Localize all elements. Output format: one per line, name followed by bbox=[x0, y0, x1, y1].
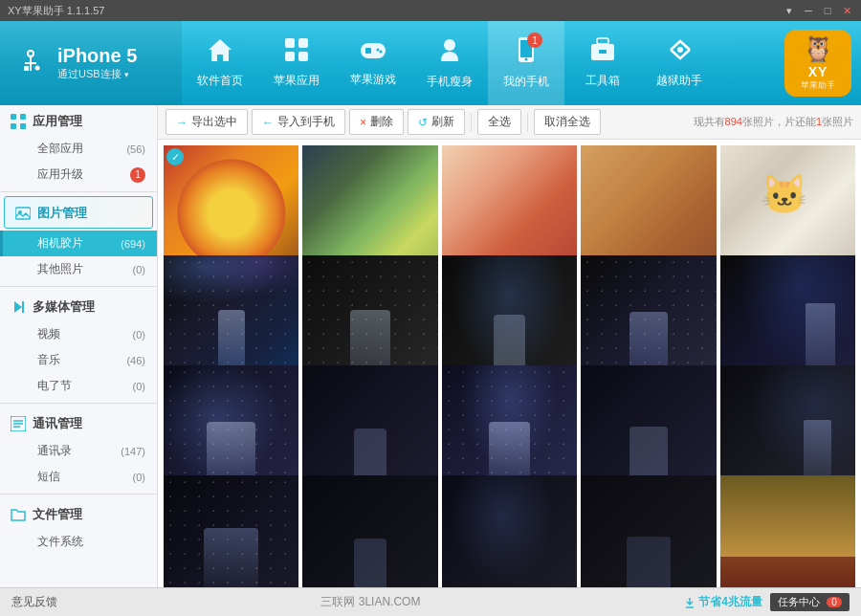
svg-rect-9 bbox=[298, 52, 308, 61]
select-all-btn[interactable]: 全选 bbox=[477, 109, 521, 135]
app-upgrade-badge: 1 bbox=[130, 167, 145, 183]
photo-cell[interactable] bbox=[581, 475, 716, 587]
minimize-button[interactable]: ─ bbox=[802, 4, 815, 17]
status-right: 节省4兆流量 任务中心 0 bbox=[684, 593, 850, 611]
device-text: iPhone 5 通过USB连接 ▾ bbox=[57, 45, 137, 81]
section-divider-2 bbox=[0, 286, 157, 287]
xy-logo-box: 🦉 XY 苹果助手 bbox=[784, 30, 851, 97]
nav-jailbreak[interactable]: 越狱助手 bbox=[641, 21, 718, 105]
export-label: 导出选中 bbox=[191, 114, 237, 130]
toolbar-info: 现共有894张照片，片还能1张照片 bbox=[694, 115, 853, 129]
sidebar-item-filesystem[interactable]: 文件系统 bbox=[0, 529, 157, 555]
sidebar-item-other-photos[interactable]: 其他照片 (0) bbox=[0, 256, 157, 282]
content-area: → 导出选中 ← 导入到手机 × 删除 ↺ 刷新 全选 取消全选 bbox=[158, 105, 861, 587]
svg-marker-30 bbox=[14, 301, 22, 313]
media-mgmt-icon bbox=[10, 298, 27, 316]
task-count-badge: 0 bbox=[827, 597, 842, 607]
app-mgmt-label: 应用管理 bbox=[33, 113, 82, 130]
maximize-button[interactable]: □ bbox=[821, 4, 834, 17]
feedback-link[interactable]: 意见反馈 bbox=[11, 594, 57, 610]
media-mgmt-label: 多媒体管理 bbox=[33, 298, 95, 316]
device-connection: 通过USB连接 ▾ bbox=[57, 67, 137, 81]
device-info: iPhone 5 通过USB连接 ▾ bbox=[0, 21, 182, 105]
svg-rect-3 bbox=[24, 66, 29, 71]
delete-btn[interactable]: × 删除 bbox=[349, 109, 404, 135]
video-label: 视频 bbox=[37, 326, 60, 342]
photo-selected-check: ✓ bbox=[166, 148, 184, 165]
flow-savings: 节省4兆流量 bbox=[684, 594, 762, 610]
svg-rect-6 bbox=[285, 38, 295, 48]
sidebar-item-podcast[interactable]: 电了节 (0) bbox=[0, 373, 157, 399]
sidebar-section-file-mgmt[interactable]: 文件管理 bbox=[0, 498, 157, 529]
contacts-count: (147) bbox=[121, 446, 145, 457]
close-button[interactable]: ✕ bbox=[840, 4, 853, 17]
sidebar-item-all-apps[interactable]: 全部应用 (56) bbox=[0, 136, 157, 162]
sidebar-item-sms[interactable]: 短信 (0) bbox=[0, 464, 157, 490]
deselect-btn[interactable]: 取消全选 bbox=[534, 109, 601, 135]
xy-subtext: 苹果助手 bbox=[801, 79, 835, 92]
svg-rect-27 bbox=[20, 123, 26, 129]
window-controls: ▾ ─ □ ✕ bbox=[783, 4, 853, 17]
svg-point-23 bbox=[677, 47, 683, 53]
photo-cell[interactable] bbox=[720, 475, 855, 587]
nav-my-phone[interactable]: 1 我的手机 bbox=[488, 21, 564, 105]
sidebar-item-app-upgrade[interactable]: 应用升级 1 bbox=[0, 162, 157, 187]
refresh-btn[interactable]: ↺ 刷新 bbox=[408, 109, 465, 135]
photo-cell[interactable] bbox=[442, 475, 577, 587]
section-divider-4 bbox=[0, 494, 157, 495]
svg-rect-8 bbox=[285, 52, 295, 61]
nav-toolbox[interactable]: 工具箱 bbox=[564, 21, 641, 105]
sidebar-item-camera-roll[interactable]: 相机胶片 (694) bbox=[0, 231, 157, 256]
music-label: 音乐 bbox=[37, 352, 60, 368]
other-photos-count: (0) bbox=[133, 264, 145, 275]
svg-point-15 bbox=[380, 51, 383, 54]
sidebar-item-contacts[interactable]: 通讯录 (147) bbox=[0, 438, 157, 464]
jailbreak-icon bbox=[665, 37, 694, 69]
svg-rect-20 bbox=[597, 38, 608, 44]
usb-icon bbox=[13, 46, 48, 80]
toolbar-sep-2 bbox=[527, 113, 528, 132]
import-btn[interactable]: ← 导入到手机 bbox=[252, 109, 345, 135]
photo-cell[interactable] bbox=[164, 475, 298, 587]
app-upgrade-label: 应用升级 bbox=[37, 166, 83, 183]
title-bar: XY苹果助手 1.1.1.57 ▾ ─ □ ✕ bbox=[0, 0, 861, 21]
sidebar-item-music[interactable]: 音乐 (46) bbox=[0, 347, 157, 373]
sms-count: (0) bbox=[133, 472, 145, 483]
nav-phone-slim[interactable]: 手机瘦身 bbox=[411, 21, 488, 105]
photo-mgmt-icon bbox=[14, 205, 32, 222]
nav-apple-apps-label: 苹果应用 bbox=[274, 73, 320, 89]
phone-badge: 1 bbox=[527, 33, 542, 48]
svg-point-14 bbox=[377, 49, 380, 52]
header: iPhone 5 通过USB连接 ▾ 软件首页 bbox=[0, 21, 861, 105]
status-bar: 意见反馈 三联网 3LIAN.COM 节省4兆流量 任务中心 0 bbox=[0, 587, 861, 616]
sidebar-section-app-mgmt[interactable]: 应用管理 bbox=[0, 105, 157, 136]
xy-text: XY bbox=[808, 64, 828, 79]
other-photos-label: 其他照片 bbox=[37, 261, 83, 277]
export-btn[interactable]: → 导出选中 bbox=[166, 109, 248, 135]
sidebar-section-media-mgmt[interactable]: 多媒体管理 bbox=[0, 291, 157, 321]
sidebar-item-video[interactable]: 视频 (0) bbox=[0, 321, 157, 347]
phone-icon: 1 bbox=[516, 36, 537, 70]
svg-rect-24 bbox=[11, 114, 16, 120]
svg-rect-7 bbox=[298, 38, 308, 48]
podcast-label: 电了节 bbox=[37, 378, 72, 394]
conn-dropdown-icon[interactable]: ▾ bbox=[124, 70, 129, 79]
wifi-icon: ▾ bbox=[783, 4, 796, 17]
toolbar: → 导出选中 ← 导入到手机 × 删除 ↺ 刷新 全选 取消全选 bbox=[158, 105, 861, 140]
sidebar-section-photo-mgmt[interactable]: 图片管理 bbox=[4, 196, 153, 229]
app-title: XY苹果助手 1.1.1.57 bbox=[8, 4, 105, 18]
task-center-btn[interactable]: 任务中心 0 bbox=[770, 593, 850, 611]
all-apps-count: (56) bbox=[126, 143, 145, 155]
photo-cell[interactable] bbox=[302, 475, 437, 587]
file-mgmt-icon bbox=[10, 506, 27, 523]
nav-slim-label: 手机瘦身 bbox=[427, 74, 473, 90]
xy-logo[interactable]: 🦉 XY 苹果助手 bbox=[775, 21, 861, 105]
nav-apple-apps[interactable]: 苹果应用 bbox=[258, 21, 335, 105]
watermark: 三联网 3LIAN.COM bbox=[320, 594, 420, 610]
nav-apple-games[interactable]: 苹果游戏 bbox=[335, 21, 411, 105]
nav-home[interactable]: 软件首页 bbox=[182, 21, 258, 105]
photo-grid[interactable]: ✓ 🐱 bbox=[158, 140, 861, 587]
svg-rect-26 bbox=[11, 123, 16, 129]
app-mgmt-icon bbox=[10, 113, 27, 130]
sidebar-section-contacts-mgmt[interactable]: 通讯管理 bbox=[0, 407, 157, 438]
